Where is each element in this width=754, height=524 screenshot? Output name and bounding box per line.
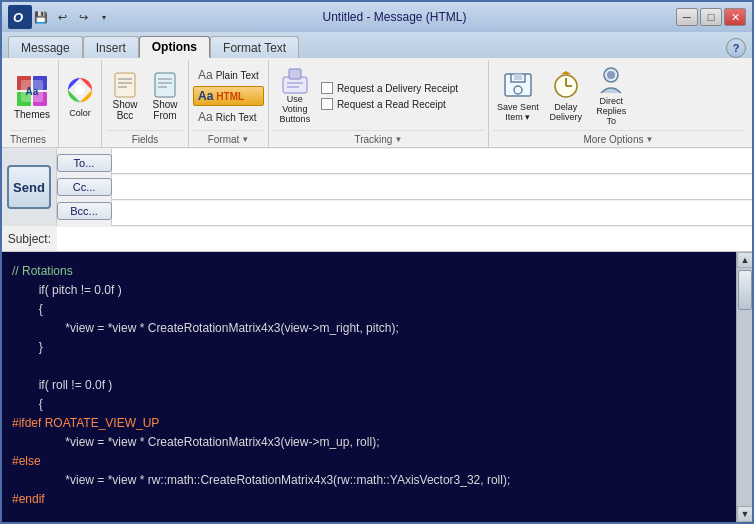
code-scroll-area[interactable]: // Rotations if( pitch != 0.0f ) { *view… — [2, 252, 736, 522]
delivery-receipt-checkbox[interactable] — [321, 82, 333, 94]
window-title: Untitled - Message (HTML) — [113, 10, 676, 24]
read-receipt-checkbox[interactable] — [321, 98, 333, 110]
tracking-expand-icon[interactable]: ▼ — [394, 135, 402, 144]
subject-label: Subject: — [2, 232, 57, 246]
read-receipt-item[interactable]: Request a Read Receipt — [321, 98, 458, 110]
close-btn[interactable]: ✕ — [724, 8, 746, 26]
bcc-field[interactable] — [112, 201, 752, 225]
color-button[interactable]: Color — [61, 64, 99, 128]
themes-icon: Aa — [16, 75, 48, 107]
tracking-group-label: Tracking — [354, 134, 392, 145]
rich-text-icon: Aa — [198, 110, 213, 124]
fields-group-label: Fields — [132, 134, 159, 145]
save-qab-btn[interactable]: 💾 — [32, 8, 50, 26]
bcc-button[interactable]: Bcc... — [57, 202, 112, 220]
subject-field[interactable] — [57, 227, 752, 251]
recipient-fields — [112, 148, 752, 226]
tab-insert[interactable]: Insert — [83, 36, 139, 58]
scroll-down-btn[interactable]: ▼ — [737, 506, 752, 522]
save-sent-item-button[interactable]: Save SentItem ▾ — [493, 64, 543, 128]
bcc-row — [112, 200, 752, 226]
ribbon: Aa Themes Themes — [2, 58, 752, 148]
rich-text-label: Rich Text — [216, 112, 257, 123]
format-column: Aa Plain Text Aa HTML Aa Rich Text — [193, 65, 264, 127]
minimize-btn[interactable]: ─ — [676, 8, 698, 26]
svg-rect-10 — [115, 73, 135, 97]
to-button[interactable]: To... — [57, 154, 112, 172]
to-field[interactable] — [112, 149, 752, 173]
html-button[interactable]: Aa HTML — [193, 86, 264, 106]
main-window: O 💾 ↩ ↪ ▾ Untitled - Message (HTML) ─ □ … — [0, 0, 754, 524]
show-from-label: Show From — [152, 99, 177, 121]
voting-button[interactable]: Use VotingButtons — [273, 65, 317, 127]
svg-point-29 — [607, 71, 615, 79]
code-editor: // Rotations if( pitch != 0.0f ) { *view… — [2, 252, 752, 522]
show-from-button[interactable]: Show From — [146, 65, 184, 127]
themes-group-label: Themes — [10, 134, 46, 145]
color-label: Color — [69, 108, 91, 118]
svg-rect-23 — [514, 74, 522, 80]
help-btn[interactable]: ? — [726, 38, 746, 58]
voting-label: Use VotingButtons — [274, 95, 316, 125]
themes-label: Themes — [14, 109, 50, 120]
save-sent-item-label: Save SentItem ▾ — [497, 103, 539, 123]
cc-button[interactable]: Cc... — [57, 178, 112, 196]
recipient-buttons-col: To... Cc... Bcc... — [57, 148, 112, 226]
svg-text:O: O — [13, 10, 23, 25]
svg-text:Aa: Aa — [26, 86, 39, 97]
window-controls: ─ □ ✕ — [676, 8, 746, 26]
to-row — [112, 148, 752, 174]
delay-delivery-label: DelayDelivery — [550, 103, 583, 123]
direct-replies-icon — [595, 65, 627, 95]
show-bcc-button[interactable]: Show Bcc — [106, 65, 144, 127]
html-icon: Aa — [198, 89, 213, 103]
direct-replies-button[interactable]: DirectReplies To — [589, 64, 634, 128]
plain-text-button[interactable]: Aa Plain Text — [193, 65, 264, 85]
svg-rect-14 — [155, 73, 175, 97]
maximize-btn[interactable]: □ — [700, 8, 722, 26]
delivery-receipt-label: Request a Delivery Receipt — [337, 83, 458, 94]
themes-group: Aa Themes Themes — [6, 60, 59, 148]
app-icon: O — [8, 5, 32, 29]
quick-access-bar: 💾 ↩ ↪ ▾ — [32, 8, 113, 26]
cc-field[interactable] — [112, 175, 752, 199]
send-col: Send — [2, 148, 57, 226]
svg-rect-19 — [289, 69, 301, 79]
code-content: // Rotations if( pitch != 0.0f ) { *view… — [2, 252, 736, 519]
scroll-up-btn[interactable]: ▲ — [737, 252, 752, 268]
tab-bar: Message Insert Options Format Text ? — [2, 32, 752, 58]
delay-delivery-icon — [550, 69, 582, 101]
show-bcc-label: Show Bcc — [112, 99, 137, 121]
delivery-receipt-item[interactable]: Request a Delivery Receipt — [321, 82, 458, 94]
cc-row — [112, 174, 752, 200]
themes-button[interactable]: Aa Themes — [10, 65, 54, 129]
tab-format-text[interactable]: Format Text — [210, 36, 299, 58]
redo-btn[interactable]: ↪ — [74, 8, 92, 26]
tab-message[interactable]: Message — [8, 36, 83, 58]
qab-dropdown-btn[interactable]: ▾ — [95, 8, 113, 26]
format-group-label: Format — [208, 134, 240, 145]
undo-btn[interactable]: ↩ — [53, 8, 71, 26]
format-expand-icon[interactable]: ▼ — [241, 135, 249, 144]
html-label: HTML — [216, 91, 244, 102]
plain-text-label: Plain Text — [216, 70, 259, 81]
title-bar: O 💾 ↩ ↪ ▾ Untitled - Message (HTML) ─ □ … — [2, 2, 752, 32]
color-icon — [64, 74, 96, 106]
send-section: Send To... Cc... Bcc... — [2, 148, 752, 226]
recipients-area: Send To... Cc... Bcc... Subject: — [2, 148, 752, 252]
tab-options[interactable]: Options — [139, 36, 210, 58]
delay-delivery-button[interactable]: DelayDelivery — [546, 64, 586, 128]
rich-text-button[interactable]: Aa Rich Text — [193, 107, 264, 127]
plain-text-icon: Aa — [198, 68, 213, 82]
read-receipt-label: Request a Read Receipt — [337, 99, 446, 110]
send-button[interactable]: Send — [7, 165, 51, 209]
direct-replies-label: DirectReplies To — [592, 97, 631, 127]
more-options-group-label: More Options — [583, 134, 643, 145]
more-options-expand-icon[interactable]: ▼ — [645, 135, 653, 144]
scroll-thumb[interactable] — [738, 270, 752, 310]
subject-row: Subject: — [2, 226, 752, 252]
tracking-checkboxes: Request a Delivery Receipt Request a Rea… — [321, 78, 458, 114]
svg-point-9 — [75, 85, 85, 95]
save-sent-item-icon — [502, 69, 534, 101]
vertical-scrollbar[interactable]: ▲ ▼ — [736, 252, 752, 522]
